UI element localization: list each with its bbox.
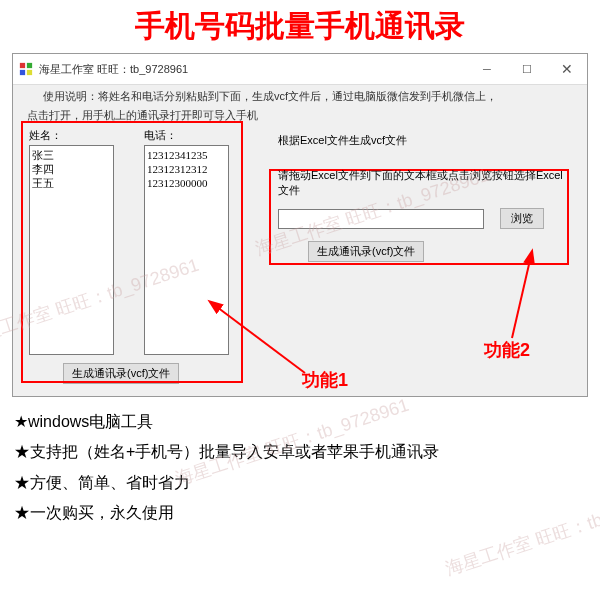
svg-rect-1 <box>27 63 32 68</box>
main-title: 手机号码批量手机通讯录 <box>0 0 600 51</box>
bullet-2: ★支持把（姓名+手机号）批量导入安卓或者苹果手机通讯录 <box>14 437 586 467</box>
app-icon <box>19 62 33 76</box>
titlebar: 海星工作室 旺旺：tb_9728961 ─ ☐ ✕ <box>13 54 587 85</box>
excel-panel: 根据Excel文件生成vcf文件 请拖动Excel文件到下面的文本框或点击浏览按… <box>278 133 568 262</box>
svg-rect-0 <box>20 63 25 68</box>
browse-button[interactable]: 浏览 <box>500 208 544 229</box>
window-controls: ─ ☐ ✕ <box>467 58 587 80</box>
excel-path-input[interactable] <box>278 209 484 229</box>
bullet-3: ★方便、简单、省时省力 <box>14 468 586 498</box>
window-title: 海星工作室 旺旺：tb_9728961 <box>39 62 467 77</box>
feature1-label: 功能1 <box>302 368 348 392</box>
instructions-line1: 使用说明：将姓名和电话分别粘贴到下面，生成vcf文件后，通过电脑版微信发到手机微… <box>43 89 577 104</box>
svg-rect-2 <box>20 70 25 75</box>
close-button[interactable]: ✕ <box>547 58 587 80</box>
svg-rect-3 <box>27 70 32 75</box>
maximize-button[interactable]: ☐ <box>507 58 547 80</box>
feature-bullets: ★windows电脑工具 ★支持把（姓名+手机号）批量导入安卓或者苹果手机通讯录… <box>14 407 586 529</box>
feature2-label: 功能2 <box>484 338 530 362</box>
bullet-4: ★一次购买，永久使用 <box>14 498 586 528</box>
generate-vcf-button-2[interactable]: 生成通讯录(vcf)文件 <box>308 241 424 262</box>
excel-title: 根据Excel文件生成vcf文件 <box>278 133 568 148</box>
excel-instructions: 请拖动Excel文件到下面的文本框或点击浏览按钮选择Excel文件 <box>278 168 568 198</box>
bullet-1: ★windows电脑工具 <box>14 407 586 437</box>
minimize-button[interactable]: ─ <box>467 58 507 80</box>
feature1-highlight <box>21 121 243 383</box>
